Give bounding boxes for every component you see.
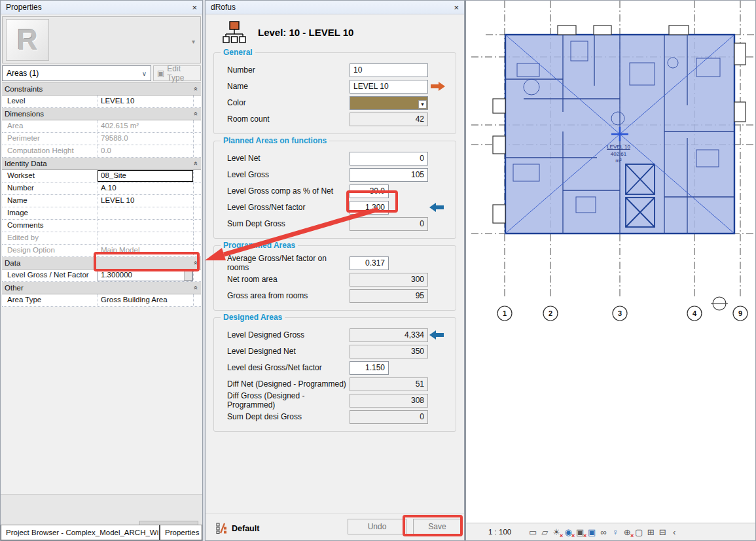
property-value[interactable]: Main Model <box>98 245 193 256</box>
section-header-label: Data <box>5 259 20 267</box>
property-row[interactable]: Computation Height0.0 <box>2 145 201 158</box>
chevron-down-icon[interactable]: ▼ <box>418 100 427 109</box>
form-row: Level Gross comp as % of Net30.0 <box>221 184 449 198</box>
grid-bubble-9: 9 <box>733 306 747 321</box>
input-field[interactable]: LEVEL 10 <box>350 80 428 94</box>
row-spacer <box>193 232 201 244</box>
property-value[interactable]: 402.615 m² <box>98 120 193 132</box>
section-header[interactable]: Dimensions» <box>2 108 201 120</box>
property-value[interactable]: A.10 <box>98 183 193 194</box>
tab-project-browser[interactable]: Project Browser - Complex_Model_ARCH_Wi.… <box>1 525 160 540</box>
view-scale[interactable]: 1 : 100 <box>488 528 511 536</box>
edit-type-button[interactable]: ▣ Edit Type <box>153 65 201 81</box>
input-field[interactable]: 0 <box>350 152 428 166</box>
property-row[interactable]: Perimeter79588.0 <box>2 133 201 145</box>
worksharing-display-off-icon[interactable]: ⊕× <box>621 526 633 538</box>
revit-logo: R <box>17 24 38 56</box>
readonly-field: 42 <box>350 113 428 126</box>
area-tag-name: LEVEL 10 <box>607 144 630 150</box>
property-row[interactable]: Design OptionMain Model <box>2 245 201 257</box>
section-header[interactable]: Other» <box>2 282 201 294</box>
property-row[interactable]: LevelLEVEL 10 <box>2 96 201 108</box>
section-header[interactable]: Constraints» <box>2 83 201 96</box>
field-label: Number <box>221 65 350 75</box>
svg-text:9: 9 <box>738 309 742 317</box>
type-selector-dropdown[interactable]: Areas (1) ∨ <box>2 65 151 81</box>
property-value[interactable]: LEVEL 10 <box>98 195 193 207</box>
input-field[interactable]: 1.300 <box>350 201 389 215</box>
row-spacer <box>193 220 201 232</box>
undo-button[interactable]: Undo <box>348 519 406 534</box>
input-field[interactable]: 10 <box>350 63 428 77</box>
property-value[interactable]: Gross Building Area <box>98 294 193 306</box>
edit-type-label: Edit Type <box>167 64 197 82</box>
property-label: Level Gross / Net Factor <box>2 270 98 281</box>
property-row[interactable]: Level Gross / Net Factor1.300000 <box>2 270 201 282</box>
selected-area-boundary[interactable] <box>493 26 746 234</box>
collapse-icon[interactable]: » <box>191 87 199 91</box>
expand-bar-icon[interactable]: ‹ <box>668 526 680 538</box>
visual-style-icon[interactable]: ▭ <box>527 526 539 538</box>
reveal-hidden-elements-icon[interactable]: ♀ <box>609 526 621 538</box>
input-field[interactable]: 105 <box>350 168 428 182</box>
field-label: Level Gross/Net factor <box>221 203 350 212</box>
collapse-icon[interactable]: » <box>191 261 199 265</box>
collapse-icon[interactable]: » <box>191 286 199 290</box>
floor-plan-canvas[interactable]: LEVEL 10 402.61 m² 12349 <box>466 1 756 523</box>
arrow-left-icon[interactable] <box>429 330 445 340</box>
view-control-bar: 1 : 100 ▭▱☀×◉×▣×▣∞♀⊕×▢⊞⊟‹ <box>466 523 755 540</box>
collapse-icon[interactable]: » <box>191 162 199 166</box>
area-tag-value: 402.61 <box>611 151 627 157</box>
field-label: Room count <box>221 114 350 124</box>
property-row[interactable]: Edited by <box>2 232 201 245</box>
default-template-button[interactable]: Default <box>216 523 259 534</box>
collapse-icon[interactable]: » <box>191 112 199 116</box>
form-row: Level Gross/Net factor1.300 <box>221 200 449 215</box>
property-row[interactable]: Comments <box>2 220 201 232</box>
property-value[interactable]: 79588.0 <box>98 133 193 145</box>
close-icon[interactable]: × <box>454 3 459 12</box>
property-label: Area Type <box>2 294 98 306</box>
browse-button[interactable] <box>184 270 192 281</box>
section-header[interactable]: Identity Data» <box>2 158 201 170</box>
arrow-left-icon[interactable] <box>429 203 445 212</box>
property-label: Workset <box>2 170 98 182</box>
crop-view-off-icon[interactable]: ▣× <box>574 526 586 538</box>
readonly-field: 95 <box>350 289 428 303</box>
shadows-off-icon[interactable]: ◉× <box>562 526 574 538</box>
property-row[interactable]: Area TypeGross Building Area <box>2 294 201 307</box>
property-row[interactable]: Image <box>2 207 201 220</box>
property-value[interactable]: 08_Site <box>98 170 193 182</box>
property-value[interactable] <box>98 207 193 219</box>
property-value[interactable] <box>98 220 193 232</box>
property-label: Name <box>2 195 98 207</box>
model-display-icon[interactable]: ▱ <box>539 526 550 538</box>
input-field[interactable]: 0.317 <box>350 256 389 270</box>
property-row[interactable]: NameLEVEL 10 <box>2 195 201 207</box>
property-value[interactable]: 1.300000 <box>98 270 193 281</box>
close-icon[interactable]: × <box>192 3 197 12</box>
property-row[interactable]: Area402.615 m² <box>2 120 201 133</box>
property-row[interactable]: Workset08_Site <box>2 170 201 183</box>
sun-path-off-icon[interactable]: ☀× <box>550 526 562 538</box>
temporary-view-properties-icon[interactable]: ▢ <box>633 526 645 538</box>
arrow-right-icon[interactable] <box>429 82 445 91</box>
temporary-hide-isolate-icon[interactable]: ∞ <box>598 526 609 538</box>
field-label: Color <box>221 98 350 107</box>
chevron-down-icon[interactable]: ▾ <box>192 38 195 45</box>
constraints-icon[interactable]: ⊟ <box>657 526 668 538</box>
revit-family-thumbnail: R <box>6 19 49 61</box>
input-field[interactable]: 1.150 <box>350 361 389 375</box>
property-value[interactable]: 0.0 <box>98 145 193 157</box>
property-value[interactable]: LEVEL 10 <box>98 96 193 107</box>
property-row[interactable]: NumberA.10 <box>2 183 201 195</box>
save-button[interactable]: Save <box>413 519 461 534</box>
show-crop-region-icon[interactable]: ▣ <box>586 526 598 538</box>
tab-properties[interactable]: Properties <box>160 525 202 540</box>
section-header[interactable]: Data» <box>2 257 201 270</box>
color-swatch[interactable]: ▼ <box>350 96 428 110</box>
section-header-label: Dimensions <box>5 110 44 118</box>
input-field[interactable]: 30.0 <box>350 184 389 198</box>
analytical-model-icon[interactable]: ⊞ <box>645 526 657 538</box>
property-value[interactable] <box>98 232 193 244</box>
